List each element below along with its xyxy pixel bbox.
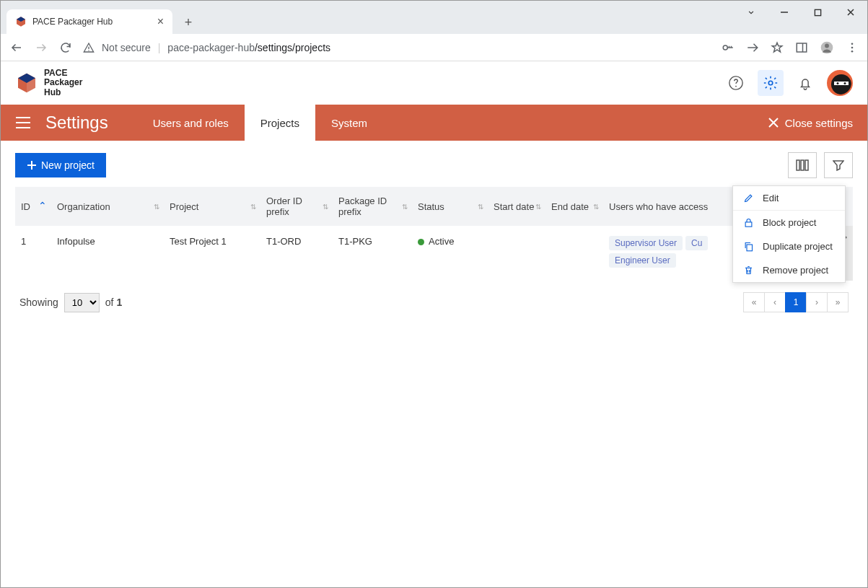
table-row[interactable]: 1 Infopulse Test Project 1 T1-ORD T1-PKG… xyxy=(15,226,853,281)
panel-icon[interactable] xyxy=(795,41,808,54)
url-field[interactable]: Not secure | pace-packager-hub/settings/… xyxy=(83,42,711,53)
close-settings-button[interactable]: Close settings xyxy=(768,117,853,129)
menu-item-block[interactable]: Block project xyxy=(733,211,845,234)
trash-icon xyxy=(743,265,754,276)
svg-rect-30 xyxy=(747,245,753,251)
browser-titlebar: PACE Packager Hub × + xyxy=(1,1,867,34)
of-label: of xyxy=(105,297,114,308)
sort-icon: ⇅ xyxy=(154,204,159,209)
projects-table: ID⌃ Organization⇅ Project⇅ Order ID pref… xyxy=(15,187,853,281)
url-host: pace-packager-hub xyxy=(167,42,255,53)
window-controls xyxy=(735,1,867,24)
cell-project: Test Project 1 xyxy=(164,226,260,281)
col-end-date[interactable]: End date⇅ xyxy=(545,187,603,226)
page-next-button[interactable]: › xyxy=(806,292,828,312)
nav-tab-system[interactable]: System xyxy=(315,105,383,141)
lock-icon xyxy=(743,217,754,228)
hamburger-icon[interactable] xyxy=(15,116,31,129)
svg-point-19 xyxy=(844,82,846,84)
page-number-button[interactable]: 1 xyxy=(785,292,807,312)
nav-tab-projects[interactable]: Projects xyxy=(245,105,315,141)
nav-tab-users[interactable]: Users and roles xyxy=(137,105,245,141)
svg-rect-29 xyxy=(745,222,752,227)
table-footer: Showing 10 of 1 « ‹ 1 › » xyxy=(15,281,853,324)
filter-button[interactable] xyxy=(824,152,853,178)
chevron-down-icon[interactable] xyxy=(735,1,768,24)
nav-reload-button[interactable] xyxy=(58,40,73,55)
app-logo[interactable]: PACE Packager Hub xyxy=(15,69,82,97)
col-start-date[interactable]: Start date⇅ xyxy=(488,187,545,226)
new-tab-button[interactable]: + xyxy=(178,12,198,32)
col-package-prefix[interactable]: Package ID prefix⇅ xyxy=(333,187,412,226)
col-organization[interactable]: Organization⇅ xyxy=(51,187,164,226)
browser-tab[interactable]: PACE Packager Hub × xyxy=(6,9,172,34)
kebab-icon[interactable] xyxy=(846,41,859,54)
url-path: /settings/projects xyxy=(255,42,330,53)
col-status[interactable]: Status⇅ xyxy=(412,187,488,226)
notifications-button[interactable] xyxy=(792,70,818,96)
svg-rect-5 xyxy=(797,43,807,52)
cell-order-prefix: T1-ORD xyxy=(260,226,333,281)
svg-point-14 xyxy=(768,81,773,85)
window-maximize-button[interactable] xyxy=(801,1,834,24)
cell-id: 1 xyxy=(15,226,51,281)
copy-icon xyxy=(743,241,754,252)
settings-button[interactable] xyxy=(758,70,784,96)
status-dot-icon xyxy=(418,239,424,245)
profile-icon[interactable] xyxy=(820,40,834,55)
user-chip[interactable]: Engineer User xyxy=(609,253,676,268)
pencil-icon xyxy=(743,193,754,203)
svg-point-11 xyxy=(851,50,854,52)
sort-asc-icon: ⌃ xyxy=(38,203,47,210)
user-chip[interactable]: Cu xyxy=(685,236,708,250)
browser-tab-strip: PACE Packager Hub × + xyxy=(1,1,198,34)
window-close-button[interactable] xyxy=(834,1,867,24)
svg-rect-23 xyxy=(797,160,799,170)
favicon-cube-icon xyxy=(15,16,27,27)
new-project-label: New project xyxy=(41,159,95,171)
avatar[interactable] xyxy=(827,70,853,96)
close-settings-label: Close settings xyxy=(785,117,853,129)
page-first-button[interactable]: « xyxy=(743,292,765,312)
cell-status: Active xyxy=(412,226,488,281)
close-icon xyxy=(768,117,779,128)
svg-point-9 xyxy=(851,43,854,45)
col-project[interactable]: Project⇅ xyxy=(164,187,260,226)
columns-button[interactable] xyxy=(788,152,817,178)
col-order-prefix[interactable]: Order ID prefix⇅ xyxy=(260,187,333,226)
svg-rect-25 xyxy=(805,160,808,170)
settings-nav: Settings Users and roles Projects System… xyxy=(1,105,867,141)
col-id[interactable]: ID⌃ xyxy=(15,187,51,226)
logo-text-2: Packager xyxy=(44,78,82,87)
logo-cube-icon xyxy=(15,71,38,95)
page-last-button[interactable]: » xyxy=(827,292,849,312)
warning-icon xyxy=(83,42,95,53)
page-size-select[interactable]: 10 xyxy=(64,293,100,312)
nav-forward-button[interactable] xyxy=(34,40,48,55)
content-area: New project ID⌃ Organization⇅ Project⇅ O… xyxy=(1,141,867,335)
user-chip[interactable]: Supervisor User xyxy=(609,236,683,250)
tab-close-icon[interactable]: × xyxy=(157,15,164,28)
browser-tab-title: PACE Packager Hub xyxy=(32,17,152,27)
sort-icon: ⇅ xyxy=(250,204,256,209)
showing-label: Showing xyxy=(19,297,58,308)
menu-item-remove[interactable]: Remove project xyxy=(733,258,845,282)
svg-point-3 xyxy=(88,50,89,51)
svg-rect-17 xyxy=(834,82,849,85)
cell-end-date xyxy=(545,226,603,281)
window-minimize-button[interactable] xyxy=(768,1,801,24)
svg-point-10 xyxy=(851,46,854,48)
sort-icon: ⇅ xyxy=(402,204,408,209)
new-project-button[interactable]: New project xyxy=(15,153,106,177)
app-header: PACE Packager Hub xyxy=(1,61,867,105)
menu-item-duplicate[interactable]: Duplicate project xyxy=(733,234,845,258)
browser-url-bar: Not secure | pace-packager-hub/settings/… xyxy=(1,34,867,61)
page-prev-button[interactable]: ‹ xyxy=(764,292,786,312)
menu-item-edit[interactable]: Edit xyxy=(733,186,845,210)
cell-organization: Infopulse xyxy=(51,226,164,281)
nav-back-button[interactable] xyxy=(9,40,24,55)
help-button[interactable] xyxy=(723,70,749,96)
star-icon[interactable] xyxy=(771,41,784,54)
key-icon[interactable] xyxy=(722,41,735,54)
share-icon[interactable] xyxy=(746,41,759,54)
